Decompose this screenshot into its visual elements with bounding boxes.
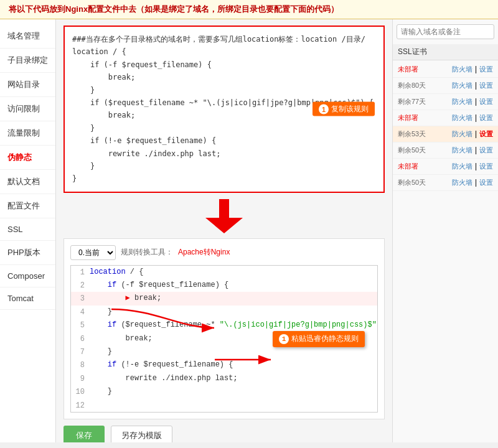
ssl-section-label: SSL证书 — [393, 44, 498, 60]
domain-status-7: 未部署 — [398, 162, 418, 171]
sidebar-item-default-doc[interactable]: 默认文档 — [0, 170, 55, 194]
sidebar-item-domain[interactable]: 域名管理 — [0, 24, 55, 49]
domain-settings-link-7[interactable]: 设置 — [479, 162, 493, 171]
code-line-12: 12 — [71, 399, 377, 412]
domain-firewall-link-4[interactable]: 防火墙 — [452, 113, 472, 123]
domain-firewall-link-1[interactable]: 防火墙 — [452, 65, 472, 74]
bottom-buttons: 保存 另存为模版 — [63, 426, 385, 442]
domain-firewall-link-7[interactable]: 防火墙 — [452, 162, 472, 171]
domain-actions-6: 防火墙 | 设置 — [452, 146, 493, 155]
domain-settings-link-6[interactable]: 设置 — [479, 146, 493, 155]
domain-row-5: 剩余53天 防火墙 | 设置 — [393, 126, 498, 142]
down-arrow-icon — [205, 199, 243, 233]
domain-actions-8: 防火墙 | 设置 — [452, 178, 493, 187]
paste-btn-label: 粘贴迅睿伪静态规则 — [291, 333, 359, 345]
domain-row-8: 剩余50天 防火墙 | 设置 — [393, 175, 498, 191]
domain-row-1: 未部署 防火墙 | 设置 — [393, 62, 498, 78]
config-header: 0.当前 规则转换工具： Apache转Nginx — [70, 245, 378, 260]
domain-status-5: 剩余53天 — [398, 129, 426, 139]
rule-convert-link[interactable]: Apache转Nginx — [178, 247, 230, 258]
domain-status-3: 剩余77天 — [398, 97, 426, 106]
domain-settings-link-2[interactable]: 设置 — [479, 81, 493, 90]
sidebar-item-traffic[interactable]: 流量限制 — [0, 121, 55, 146]
code-line-5: 5 if ($request_filename ~* "\.(js|ico|gi… — [71, 319, 377, 332]
sidebar-item-tomcat[interactable]: Tomcat — [0, 287, 55, 310]
domain-firewall-link-8[interactable]: 防火墙 — [452, 178, 472, 187]
sidebar-item-rewrite[interactable]: 伪静态 — [0, 146, 55, 170]
code-line-8: 8 if (!-e $request_filename) { — [71, 358, 377, 371]
domain-sep-2: | — [475, 81, 477, 90]
sidebar-item-webroot[interactable]: 网站目录 — [0, 73, 55, 97]
rule-convert-label: 规则转换工具： — [121, 247, 173, 258]
code-line-9: 9 rewrite ./index.php last; — [71, 372, 377, 385]
code-line-2: 2 if (-f $request_filename) { — [71, 279, 377, 292]
domain-actions-4: 防火墙 | 设置 — [452, 113, 493, 123]
domain-actions-5: 防火墙 | 设置 — [452, 129, 493, 139]
domain-sep-6: | — [475, 146, 477, 155]
center-content: ###当存在多个子目录格式的域名时，需要多写几组location标签：locat… — [56, 19, 392, 442]
domain-sep-7: | — [475, 162, 477, 171]
domain-firewall-link-5[interactable]: 防火墙 — [452, 129, 472, 139]
domain-status-6: 剩余50天 — [398, 146, 426, 155]
top-instruction-bar: 将以下代码放到Nginx配置文件中去（如果是绑定了域名，所绑定目录也要配置下面的… — [0, 0, 498, 19]
right-sidebar: SSL证书 未部署 防火墙 | 设置 剩余80天 防火墙 | 设置 剩余77天 … — [392, 19, 498, 442]
sidebar-item-subdir[interactable]: 子目录绑定 — [0, 49, 55, 73]
domain-settings-link-1[interactable]: 设置 — [479, 65, 493, 74]
domain-firewall-link-6[interactable]: 防火墙 — [452, 146, 472, 155]
code-line-4: 4 } — [71, 306, 377, 319]
domain-search-input[interactable] — [397, 24, 494, 39]
code-line-1: 1 location / { — [71, 266, 377, 279]
domain-firewall-link-2[interactable]: 防火墙 — [452, 81, 472, 90]
domain-row-4: 未部署 防火墙 | 设置 — [393, 110, 498, 126]
copy-btn-label: 复制该规则 — [331, 104, 369, 114]
copy-btn-num: 1 — [319, 104, 329, 114]
domain-status-4: 未部署 — [398, 113, 418, 123]
code-editor[interactable]: 1 location / { 2 if (-f $request_filenam… — [70, 265, 378, 413]
tutorial-code-box: ###当存在多个子目录格式的域名时，需要多写几组location标签：locat… — [63, 26, 385, 193]
code-line-3: 3 ▶ break; — [71, 292, 377, 305]
sidebar-item-ssl[interactable]: SSL — [0, 218, 55, 241]
sidebar-item-php[interactable]: PHP版本 — [0, 241, 55, 265]
save-button[interactable]: 保存 — [63, 426, 105, 442]
domain-settings-link-8[interactable]: 设置 — [479, 178, 493, 187]
code-line-10: 10 } — [71, 385, 377, 398]
top-instruction-text: 将以下代码放到Nginx配置文件中去（如果是绑定了域名，所绑定目录也要配置下面的… — [9, 4, 339, 14]
left-sidebar: 域名管理 子目录绑定 网站目录 访问限制 流量限制 伪静态 默认文档 配置文件 … — [0, 19, 56, 442]
arrow-area — [63, 199, 385, 233]
domain-status-2: 剩余80天 — [398, 81, 426, 90]
domain-sep-5: | — [475, 129, 477, 139]
version-select[interactable]: 0.当前 — [70, 245, 116, 260]
domain-sep-8: | — [475, 178, 477, 187]
domain-settings-link-3[interactable]: 设置 — [479, 97, 493, 106]
domain-settings-link-5[interactable]: 设置 — [479, 129, 493, 139]
domain-actions-7: 防火墙 | 设置 — [452, 162, 493, 171]
domain-firewall-link-3[interactable]: 防火墙 — [452, 97, 472, 106]
paste-rule-tooltip[interactable]: 1 粘贴迅睿伪静态规则 — [273, 331, 365, 347]
config-area: 0.当前 规则转换工具： Apache转Nginx 1 location / {… — [63, 238, 385, 419]
domain-row-3: 剩余77天 防火墙 | 设置 — [393, 94, 498, 110]
domain-sep-3: | — [475, 97, 477, 106]
save-as-template-button[interactable]: 另存为模版 — [111, 426, 172, 442]
domain-sep-4: | — [475, 113, 477, 123]
svg-rect-0 — [219, 199, 229, 218]
domain-actions-3: 防火墙 | 设置 — [452, 97, 493, 106]
domain-status-8: 剩余50天 — [398, 178, 426, 187]
sidebar-item-access[interactable]: 访问限制 — [0, 97, 55, 121]
domain-row-6: 剩余50天 防火墙 | 设置 — [393, 142, 498, 159]
sidebar-item-config[interactable]: 配置文件 — [0, 194, 55, 218]
sidebar-item-composer[interactable]: Composer — [0, 265, 55, 287]
code-line-7: 7 } — [71, 345, 377, 358]
domain-row-7: 未部署 防火墙 | 设置 — [393, 159, 498, 175]
domain-status-1: 未部署 — [398, 65, 418, 74]
domain-actions-2: 防火墙 | 设置 — [452, 81, 493, 90]
domain-actions-1: 防火墙 | 设置 — [452, 65, 493, 74]
svg-marker-1 — [205, 218, 243, 233]
paste-btn-num: 1 — [279, 334, 289, 344]
domain-settings-link-4[interactable]: 设置 — [479, 113, 493, 123]
domain-row-2: 剩余80天 防火墙 | 设置 — [393, 78, 498, 94]
copy-rule-button[interactable]: 1 复制该规则 — [312, 102, 375, 116]
domain-sep-1: | — [475, 65, 477, 74]
